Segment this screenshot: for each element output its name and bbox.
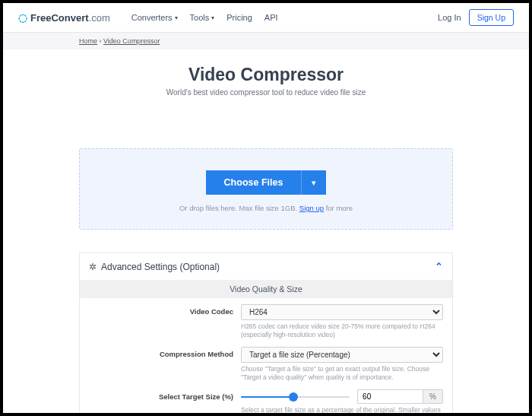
target-size-input[interactable] xyxy=(357,389,423,404)
compression-method-select[interactable]: Target a file size (Percentage) xyxy=(241,347,443,363)
hero: Video Compressor World's best video comp… xyxy=(3,49,529,103)
chevron-up-icon: ⌃ xyxy=(435,261,443,272)
dropzone-hint: Or drop files here. Max file size 1GB. S… xyxy=(80,204,452,212)
nav-tools[interactable]: Tools▾ xyxy=(190,13,215,22)
field-video-codec: Video Codec H264 H265 codec can reduce v… xyxy=(80,298,452,341)
signup-link-inline[interactable]: Sign up xyxy=(299,204,324,212)
login-link[interactable]: Log In xyxy=(438,13,461,22)
label-compression-method: Compression Method xyxy=(89,347,241,382)
nav-pricing[interactable]: Pricing xyxy=(226,13,252,22)
breadcrumb: Home › Video Compressor xyxy=(3,33,529,49)
field-target-size: Select Target Size (%) % Select a target… xyxy=(80,383,452,416)
advanced-settings-panel: ✲ Advanced Settings (Optional) ⌃ Video Q… xyxy=(79,252,453,416)
nav-api[interactable]: API xyxy=(264,13,278,22)
main-nav: Converters▾ Tools▾ Pricing API xyxy=(131,13,278,22)
help-video-codec: H265 codec can reduce video size 20-75% … xyxy=(241,322,443,339)
logo-icon: ◌ xyxy=(18,11,27,24)
logo-text-bold: FreeConvert xyxy=(30,12,89,24)
page-subtitle: World's best video compressor tool to re… xyxy=(3,88,529,97)
chevron-down-icon: ▾ xyxy=(211,14,214,21)
section-title: Video Quality & Size xyxy=(80,280,452,298)
target-size-slider[interactable] xyxy=(241,391,350,403)
choose-files-dropdown[interactable]: ▾ xyxy=(301,170,326,195)
choose-files-group: Choose Files ▾ xyxy=(206,170,327,195)
label-target-size: Select Target Size (%) xyxy=(89,389,241,416)
chevron-down-icon: ▾ xyxy=(312,178,316,187)
gear-icon: ✲ xyxy=(89,262,97,272)
nav-converters[interactable]: Converters▾ xyxy=(131,13,178,22)
file-dropzone[interactable]: Choose Files ▾ Or drop files here. Max f… xyxy=(79,148,453,230)
signup-button[interactable]: Sign Up xyxy=(469,9,514,26)
help-compression-method: Choose "Target a file size" to get an ex… xyxy=(241,365,443,382)
logo-text-light: .com xyxy=(89,12,110,24)
video-codec-select[interactable]: H264 xyxy=(241,304,443,320)
choose-files-button[interactable]: Choose Files xyxy=(206,170,302,195)
target-size-unit: % xyxy=(423,389,443,404)
top-bar: ◌ FreeConvert.com Converters▾ Tools▾ Pri… xyxy=(3,3,529,33)
page-title: Video Compressor xyxy=(3,65,529,85)
panel-title: Advanced Settings (Optional) xyxy=(101,262,220,272)
field-compression-method: Compression Method Target a file size (P… xyxy=(80,341,452,383)
breadcrumb-home[interactable]: Home xyxy=(79,37,97,45)
chevron-down-icon: ▾ xyxy=(175,14,178,21)
panel-header[interactable]: ✲ Advanced Settings (Optional) ⌃ xyxy=(80,253,452,280)
help-target-size: Select a target file size as a percentag… xyxy=(241,406,443,416)
label-video-codec: Video Codec xyxy=(89,304,241,339)
breadcrumb-current[interactable]: Video Compressor xyxy=(103,37,160,45)
logo[interactable]: ◌ FreeConvert.com xyxy=(18,11,110,24)
slider-thumb[interactable] xyxy=(289,392,298,402)
